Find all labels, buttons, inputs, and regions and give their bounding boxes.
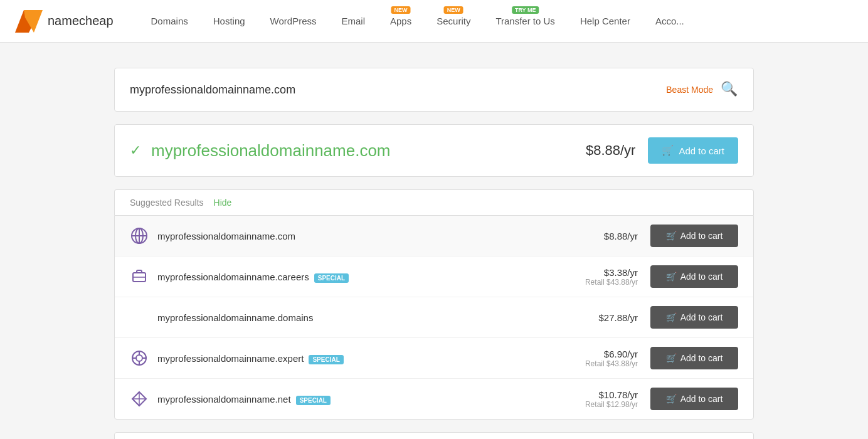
add-label: Add to cart: [680, 394, 723, 404]
domain-icon-net: [130, 389, 149, 408]
domain-price: $8.88/yr: [563, 231, 638, 241]
price-col: $8.88/yr: [563, 231, 638, 241]
nav-item-account[interactable]: Acco...: [643, 0, 697, 43]
domain-price: $3.38/yr: [563, 267, 638, 278]
navigation: namecheap DomainsHostingWordPressEmailNE…: [0, 0, 868, 43]
domain-icon-domains: [130, 308, 149, 327]
table-row: myprofessionaldomainname.expertSPECIAL$6…: [115, 338, 753, 379]
main-domain-name: myprofessionaldomainname.com: [151, 141, 586, 161]
add-label: Add to cart: [680, 272, 723, 282]
price-col: $10.78/yrRetail $12.98/yr: [563, 389, 638, 409]
nav-label-hosting: Hosting: [213, 16, 245, 26]
price-col: $6.90/yrRetail $43.88/yr: [563, 349, 638, 368]
search-icon[interactable]: 🔍: [721, 81, 738, 98]
domain-icon-com: [130, 226, 149, 245]
nav-label-wordpress: WordPress: [270, 16, 317, 26]
nav-label-apps: Apps: [390, 16, 411, 26]
nav-label-domains: Domains: [151, 16, 188, 26]
logo[interactable]: namecheap: [15, 10, 114, 33]
logo-text: namecheap: [48, 14, 114, 28]
add-label: Add to cart: [680, 353, 723, 363]
nav-badge-security: NEW: [444, 6, 463, 14]
table-row: myprofessionaldomainname.careersSPECIAL$…: [115, 257, 753, 297]
nav-item-apps[interactable]: NEWApps: [378, 0, 424, 43]
cart-icon: 🛒: [666, 312, 677, 322]
suggested-header: Suggested Results Hide: [114, 189, 754, 215]
nav-label-email: Email: [342, 16, 366, 26]
nav-item-help[interactable]: Help Center: [568, 0, 643, 43]
cart-icon: 🛒: [666, 353, 677, 363]
nav-label-account: Acco...: [655, 16, 684, 26]
hide-suggested-link[interactable]: Hide: [214, 198, 232, 208]
add-label: Add to cart: [680, 231, 723, 241]
suggested-title: Suggested Results: [130, 198, 204, 208]
nav-label-help: Help Center: [580, 16, 630, 26]
domain-name: myprofessionaldomainname.careersSPECIAL: [157, 272, 563, 282]
main-content: myprofessionaldomainname.com Beast Mode …: [102, 68, 766, 439]
main-result: ✓ myprofessionaldomainname.com $8.88/yr …: [114, 124, 754, 177]
special-badge: SPECIAL: [309, 355, 343, 364]
domain-price: $10.78/yr: [563, 389, 638, 400]
nav-item-email[interactable]: Email: [329, 0, 378, 43]
domain-icon-careers: [130, 267, 149, 286]
main-add-to-cart-button[interactable]: 🛒 Add to cart: [648, 137, 738, 164]
nav-item-transfer[interactable]: TRY METransfer to Us: [483, 0, 567, 43]
results-footer: Results Explore More +: [114, 432, 754, 439]
nav-label-transfer: Transfer to Us: [495, 16, 554, 26]
retail-price: Retail $43.88/yr: [563, 278, 638, 287]
price-col: $27.88/yr: [563, 312, 638, 323]
add-to-cart-button-domains[interactable]: 🛒Add to cart: [650, 306, 738, 329]
main-add-label: Add to cart: [679, 145, 724, 156]
main-domain-price: $8.88/yr: [586, 142, 636, 159]
svg-point-7: [136, 355, 142, 361]
add-to-cart-button-com[interactable]: 🛒Add to cart: [650, 225, 738, 247]
cart-icon: 🛒: [666, 394, 677, 404]
nav-item-domains[interactable]: Domains: [139, 0, 201, 43]
retail-price: Retail $43.88/yr: [563, 359, 638, 368]
domain-icon-expert: [130, 349, 149, 368]
available-check-icon: ✓: [130, 142, 141, 159]
nav-item-hosting[interactable]: Hosting: [201, 0, 258, 43]
cart-icon: 🛒: [662, 145, 674, 156]
nav-badge-apps: NEW: [391, 6, 411, 14]
retail-price: Retail $12.98/yr: [563, 400, 638, 409]
table-row: myprofessionaldomainname.domains$27.88/y…: [115, 297, 753, 338]
nav-item-wordpress[interactable]: WordPress: [258, 0, 329, 43]
domain-price: $6.90/yr: [563, 349, 638, 359]
add-label: Add to cart: [680, 312, 723, 322]
special-badge: SPECIAL: [314, 273, 349, 283]
beast-mode-link[interactable]: Beast Mode: [666, 85, 713, 95]
add-to-cart-button-expert[interactable]: 🛒Add to cart: [650, 347, 738, 369]
domain-name: myprofessionaldomainname.expertSPECIAL: [157, 353, 563, 364]
cart-icon: 🛒: [666, 272, 677, 282]
cart-icon: 🛒: [666, 231, 677, 241]
domain-name: myprofessionaldomainname.domains: [157, 312, 563, 323]
special-badge: SPECIAL: [296, 396, 331, 405]
search-query: myprofessionaldomainname.com: [130, 83, 295, 97]
nav-item-security[interactable]: NEWSecurity: [424, 0, 483, 43]
nav-items: DomainsHostingWordPressEmailNEWAppsNEWSe…: [139, 0, 697, 43]
add-to-cart-button-careers[interactable]: 🛒Add to cart: [650, 265, 738, 288]
suggested-results: myprofessionaldomainname.com$8.88/yr🛒Add…: [114, 215, 754, 420]
domain-name: myprofessionaldomainname.com: [157, 231, 563, 241]
nav-badge-transfer: TRY ME: [512, 6, 539, 14]
search-right: Beast Mode 🔍: [666, 81, 738, 98]
price-col: $3.38/yrRetail $43.88/yr: [563, 267, 638, 287]
domain-name: myprofessionaldomainname.netSPECIAL: [157, 394, 563, 405]
search-box: myprofessionaldomainname.com Beast Mode …: [114, 68, 754, 112]
nav-label-security: Security: [437, 16, 470, 26]
table-row: myprofessionaldomainname.netSPECIAL$10.7…: [115, 379, 753, 419]
domain-price: $27.88/yr: [563, 312, 638, 323]
table-row: myprofessionaldomainname.com$8.88/yr🛒Add…: [115, 216, 753, 257]
add-to-cart-button-net[interactable]: 🛒Add to cart: [650, 388, 738, 410]
